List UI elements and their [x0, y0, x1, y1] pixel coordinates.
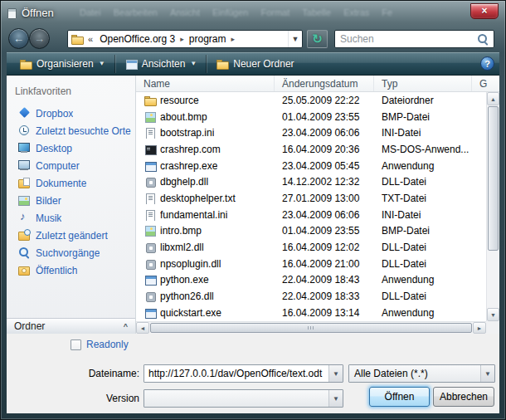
filetype-combobox[interactable]: Alle Dateien (*.*) ▼	[348, 364, 495, 383]
sidebar-item-dropbox[interactable]: Dropbox	[7, 105, 135, 122]
breadcrumb-item[interactable]: program	[187, 33, 229, 45]
search-icon[interactable]	[476, 32, 489, 46]
vertical-scrollbar[interactable]: ▲ ▼	[486, 92, 499, 321]
breadcrumb-item[interactable]: OpenOffice.org 3	[97, 33, 178, 45]
open-button[interactable]: Öffnen	[369, 387, 430, 407]
table-row[interactable]: fundamental.ini23.04.2009 06:06INI-Datei	[136, 207, 486, 223]
file-date-cell: 23.04.2009 06:06	[275, 127, 374, 139]
table-row[interactable]: quickstart.exe16.04.2009 13:14Anwendung	[136, 305, 486, 321]
folders-label: Ordner	[14, 320, 45, 332]
close-button[interactable]: ×	[470, 3, 499, 19]
column-header-3[interactable]: G	[472, 76, 499, 91]
readonly-checkbox[interactable]	[71, 339, 81, 350]
chevron-down-icon: ▼	[190, 60, 197, 67]
sidebar-item-recently-changed[interactable]: Zuletzt geändert	[7, 227, 135, 244]
search-input[interactable]	[335, 33, 476, 45]
sidebar-item-desktop[interactable]: Desktop	[7, 139, 135, 157]
file-name-cell: dbghelp.dll	[136, 176, 275, 188]
table-row[interactable]: resource25.05.2009 22:22Dateiordner	[136, 92, 486, 109]
table-row[interactable]: dbghelp.dll14.12.2002 12:32DLL-Datei	[136, 173, 486, 190]
table-row[interactable]: python.exe22.04.2009 18:43Anwendung	[136, 272, 486, 289]
toolbar-button-views[interactable]: Ansichten▼	[117, 54, 205, 74]
address-bar[interactable]: « OpenOffice.org 3▸program▸ ▼	[67, 30, 303, 48]
table-row[interactable]: npsoplugin.dll16.04.2009 21:00DLL-Datei	[136, 256, 486, 272]
dialog-icon	[7, 8, 17, 19]
scroll-down-button[interactable]: ▼	[487, 308, 499, 321]
file-name: crashrep.com	[160, 144, 221, 155]
filename-input[interactable]	[144, 365, 328, 382]
column-header-1[interactable]: Änderungsdatum	[275, 76, 374, 91]
filetype-dropdown-button[interactable]: ▼	[480, 365, 494, 382]
file-date-cell: 23.04.2009 06:06	[275, 209, 374, 221]
table-row[interactable]: desktophelper.txt27.01.2009 13:00TXT-Dat…	[136, 190, 486, 207]
table-row[interactable]: python26.dll22.04.2009 18:33DLL-Datei	[136, 288, 486, 305]
toolbar-button-label: Ansichten	[142, 58, 186, 70]
breadcrumb-overflow-button[interactable]: «	[84, 34, 97, 44]
music-icon	[17, 212, 31, 224]
back-button[interactable]: ←	[8, 28, 29, 49]
filename-dropdown-button[interactable]: ▼	[328, 365, 343, 382]
refresh-button[interactable]: ↻	[307, 30, 328, 48]
file-name: dbghelp.dll	[160, 176, 208, 188]
horizontal-scroll-thumb[interactable]	[150, 323, 472, 333]
column-header-0[interactable]: Name	[136, 76, 275, 91]
file-date-cell: 01.04.2009 23:55	[275, 225, 374, 237]
sidebar-item-pictures[interactable]: Bilder	[7, 192, 135, 209]
chevron-down-icon: ▼	[99, 60, 105, 67]
sidebar-item-recent-places[interactable]: Zuletzt besuchte Orte	[7, 122, 135, 139]
sidebar-item-label: Suchvorgänge	[36, 247, 100, 259]
cancel-button[interactable]: Abbrechen	[433, 387, 494, 407]
bmp-file-icon	[144, 225, 157, 237]
table-row[interactable]: libxml2.dll16.04.2009 12:02DLL-Datei	[136, 239, 486, 256]
readonly-label[interactable]: Readonly	[86, 339, 129, 350]
table-row[interactable]: about.bmp01.04.2009 23:55BMP-Datei	[136, 109, 486, 125]
toolbar-button-organize[interactable]: Organisieren▼	[12, 54, 113, 74]
sidebar-item-computer[interactable]: Computer	[7, 157, 135, 174]
scroll-up-button[interactable]: ▲	[487, 92, 499, 105]
column-header-2[interactable]: Typ	[374, 76, 472, 91]
file-name-cell: crashrep.com	[136, 144, 275, 155]
table-row[interactable]: crashrep.exe23.04.2009 05:45Anwendung	[136, 158, 486, 174]
file-name-cell: intro.bmp	[136, 225, 275, 237]
folders-band[interactable]: Ordner ^	[7, 318, 135, 334]
location-folder-icon[interactable]	[71, 33, 84, 45]
app-file-icon	[144, 274, 157, 286]
crumb-separator-icon[interactable]: ▸	[178, 35, 187, 43]
background-menu-item: Extras	[343, 7, 369, 17]
sidebar-item-music[interactable]: Musik	[7, 209, 135, 227]
scroll-down-icon: ▼	[490, 312, 496, 318]
scroll-left-button[interactable]: ◄	[136, 322, 149, 334]
version-dropdown-button[interactable]: ▼	[328, 390, 343, 407]
help-button[interactable]: ?	[480, 56, 494, 71]
file-name: about.bmp	[160, 111, 207, 123]
version-label: Version	[7, 393, 139, 404]
table-row[interactable]: intro.bmp01.04.2009 23:55BMP-Datei	[136, 223, 486, 240]
scroll-up-icon: ▲	[490, 96, 496, 102]
table-row[interactable]: crashrep.com16.04.2009 20:36MS-DOS-Anwen…	[136, 141, 486, 158]
toolbar-button-new-folder[interactable]: Neuer Ordner	[208, 54, 301, 74]
sidebar-item-documents[interactable]: Dokumente	[7, 174, 135, 192]
file-type-cell: INI-Datei	[374, 209, 472, 221]
horizontal-scrollbar[interactable]: ◄ ►	[136, 321, 486, 334]
forward-button[interactable]: →	[29, 28, 50, 49]
dll-file-icon	[144, 291, 157, 302]
recently-changed-icon	[17, 229, 31, 242]
chevron-down-icon: ▼	[292, 35, 299, 43]
breadcrumb: OpenOffice.org 3▸program▸	[97, 33, 288, 45]
vertical-scroll-thumb[interactable]	[488, 106, 499, 251]
sidebar-item-searches[interactable]: Suchvorgänge	[7, 244, 135, 261]
navigation-bar: ← → « OpenOffice.org 3▸program▸ ▼ ↻	[1, 26, 505, 52]
table-row[interactable]: bootstrap.ini23.04.2009 06:06INI-Datei	[136, 125, 486, 141]
file-rows: resource25.05.2009 22:22Dateiordnerabout…	[136, 92, 486, 321]
file-type-cell: DLL-Datei	[374, 242, 472, 253]
scroll-right-icon: ►	[477, 325, 483, 331]
sidebar-item-public[interactable]: Öffentlich	[7, 261, 135, 279]
toolbar-button-label: Neuer Ordner	[233, 58, 294, 70]
file-name-cell: quickstart.exe	[136, 307, 275, 319]
scroll-right-button[interactable]: ►	[473, 322, 486, 334]
crumb-separator-icon[interactable]: ▸	[229, 35, 238, 43]
chevron-up-icon: ^	[124, 322, 128, 330]
address-dropdown-button[interactable]: ▼	[288, 31, 302, 47]
computer-icon	[17, 159, 31, 172]
version-combobox[interactable]: ▼	[144, 389, 343, 408]
